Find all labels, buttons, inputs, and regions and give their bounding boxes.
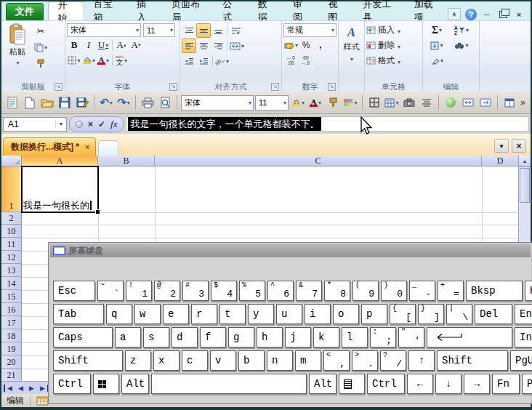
font-color-button[interactable]: A xyxy=(96,53,110,68)
row-header-1[interactable]: 1 xyxy=(1,166,22,212)
toolbar-borders-button[interactable] xyxy=(366,95,382,110)
toolbar-cell-style-button[interactable] xyxy=(342,95,358,110)
alignment-dialog-launcher-icon[interactable] xyxy=(271,83,279,91)
print-button[interactable] xyxy=(140,95,156,110)
clipboard-dialog-launcher-icon[interactable] xyxy=(55,83,63,91)
open-button[interactable] xyxy=(39,95,55,110)
row-header-10[interactable]: 10 xyxy=(1,225,22,238)
document-tab[interactable]: 数据换行...模式] * xyxy=(3,137,96,156)
key-p[interactable]: p xyxy=(361,304,387,324)
autosum-button[interactable]: Σ xyxy=(424,23,449,38)
copy-button[interactable] xyxy=(33,40,48,55)
key-Alt[interactable]: Alt xyxy=(121,374,149,394)
window-grid-button[interactable] xyxy=(501,95,517,110)
help-icon[interactable]: ? xyxy=(465,9,477,20)
key-Home[interactable]: Home xyxy=(525,281,532,301)
sort-filter-button[interactable]: AZ xyxy=(449,23,474,38)
vertical-scroll-thumb[interactable] xyxy=(520,168,530,203)
key-a[interactable]: a xyxy=(115,327,141,347)
key-Ins[interactable]: Ins xyxy=(515,327,532,347)
key-Del[interactable]: Del xyxy=(475,304,512,324)
close-tab-icon[interactable] xyxy=(85,142,89,151)
cell-style-button[interactable]: A 样式 xyxy=(340,23,363,88)
key-arrow-left[interactable]: ← xyxy=(407,374,433,394)
key-m[interactable]: m xyxy=(295,350,321,371)
currency-button[interactable] xyxy=(283,38,299,52)
toolbar-table-button[interactable] xyxy=(384,95,400,110)
key-arrow-down[interactable]: ↓ xyxy=(435,374,462,394)
key-t[interactable]: t xyxy=(219,304,246,324)
font-name-combo[interactable]: 宋体▾ xyxy=(67,23,141,37)
row-header-12[interactable]: 12 xyxy=(1,251,22,264)
column-header-B[interactable]: B xyxy=(98,156,155,166)
tab-开发工具[interactable]: 开发工具 xyxy=(353,1,404,20)
fill-down-button[interactable] xyxy=(424,39,449,53)
column-header-D[interactable]: D xyxy=(482,156,519,166)
key-w[interactable]: w xyxy=(134,304,161,324)
key-Esc[interactable]: Esc xyxy=(53,281,95,301)
key-PgUp[interactable]: PgUp xyxy=(510,350,532,371)
key-g[interactable]: g xyxy=(228,327,254,347)
decrease-indent-button[interactable] xyxy=(182,54,196,68)
toolbar-font-color-button[interactable]: A xyxy=(307,95,323,110)
new-file-button[interactable] xyxy=(22,95,38,110)
camera-button[interactable] xyxy=(401,95,417,110)
clear-button[interactable] xyxy=(424,54,449,68)
key-9[interactable]: (9 xyxy=(352,281,379,301)
find-button[interactable] xyxy=(449,39,474,53)
fill-color-button[interactable] xyxy=(81,53,96,68)
phonetic-guide-button[interactable]: wén文 xyxy=(114,53,129,68)
key-Caps[interactable]: Caps xyxy=(53,327,113,347)
align-bottom-button[interactable] xyxy=(211,23,225,38)
tab-百宝箱[interactable]: 百宝箱 xyxy=(84,1,127,20)
key-q[interactable]: q xyxy=(106,304,132,324)
fill-handle[interactable] xyxy=(95,209,100,214)
sheet-nav-prev-end-icon[interactable]: ◀ xyxy=(4,385,15,392)
key-alt-right[interactable]: Alt xyxy=(309,374,336,394)
row-header-21[interactable]: 21 xyxy=(1,369,22,382)
key-;[interactable]: :; xyxy=(370,327,396,347)
key-End[interactable]: End xyxy=(515,304,532,324)
format-painter-button[interactable] xyxy=(33,56,48,71)
row-header-15[interactable]: 15 xyxy=(1,290,22,303)
tab-file[interactable]: 文件 xyxy=(6,3,44,20)
key-Tab[interactable]: Tab xyxy=(53,304,104,324)
key-k[interactable]: k xyxy=(313,327,339,347)
tab-公式[interactable]: 公式 xyxy=(214,1,249,20)
save-button[interactable] xyxy=(57,95,73,110)
key-b[interactable]: b xyxy=(238,350,265,371)
key-/[interactable]: ?/ xyxy=(380,350,406,371)
row-header-17[interactable]: 17 xyxy=(1,316,22,329)
merge-cells-button[interactable] xyxy=(477,95,493,110)
font-size-combo[interactable]: 11▾ xyxy=(143,23,175,37)
percent-button[interactable]: % xyxy=(299,38,313,52)
toolbar-format-painter-button[interactable] xyxy=(325,95,341,110)
enter-button[interactable]: ✓ xyxy=(98,119,105,129)
toolbar-fill-color-button[interactable] xyxy=(290,95,306,110)
key-win[interactable] xyxy=(93,374,119,394)
key-arrow-up[interactable]: ↑ xyxy=(408,350,435,371)
key-Bksp[interactable]: Bksp xyxy=(466,281,523,301)
key-y[interactable]: y xyxy=(248,304,274,324)
key-2[interactable]: @2 xyxy=(154,281,180,301)
sheet-nav-prev-icon[interactable]: ◀ xyxy=(16,385,25,392)
number-dialog-launcher-icon[interactable] xyxy=(328,83,336,91)
wrap-text-button[interactable] xyxy=(229,23,243,38)
tab-list-icon[interactable] xyxy=(494,139,509,153)
tab-视图[interactable]: 视图 xyxy=(318,1,353,20)
delete-cells-button[interactable]: 删除 xyxy=(366,38,421,53)
save-as-button[interactable] xyxy=(74,95,90,110)
tab-插入[interactable]: 插入 xyxy=(127,1,162,20)
key-.[interactable]: >. xyxy=(352,350,378,371)
column-header-C[interactable]: C xyxy=(155,156,482,166)
key-i[interactable]: i xyxy=(305,304,331,324)
key-3[interactable]: #3 xyxy=(182,281,209,301)
name-box[interactable]: A1 xyxy=(3,117,67,132)
key--[interactable]: _- xyxy=(409,281,435,301)
name-box-dropdown-icon[interactable] xyxy=(55,121,66,127)
row-header-14[interactable]: 14 xyxy=(1,277,22,290)
key-Shift[interactable]: Shift xyxy=(53,350,123,371)
key-`[interactable]: ~` xyxy=(97,281,124,301)
align-left-button[interactable] xyxy=(182,39,196,53)
tab-加载项[interactable]: 加载项 xyxy=(405,1,448,20)
